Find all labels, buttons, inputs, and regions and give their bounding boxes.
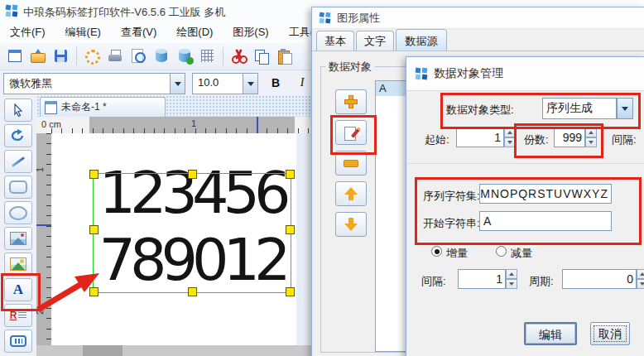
font-size-dropdown-button[interactable] [243, 74, 257, 94]
tab-text[interactable]: 文字 [356, 31, 394, 51]
interval-input[interactable]: 1 [458, 269, 506, 289]
selection-handle-w[interactable] [89, 225, 99, 234]
italic-button[interactable]: I [291, 73, 313, 93]
horizontal-scrollbar[interactable] [36, 345, 311, 356]
tool-rounded-rectangle-button[interactable] [4, 176, 32, 199]
save-button[interactable] [50, 46, 73, 67]
separator [406, 163, 644, 165]
selection-box[interactable] [93, 173, 291, 293]
properties-dialog-titlebar[interactable]: 图形属性 [312, 7, 644, 29]
tab-data-source[interactable]: 数据源 [396, 29, 447, 51]
spin-up-icon[interactable] [585, 127, 597, 137]
ruler-mark-1: 1 [35, 167, 45, 172]
tool-rotate-button[interactable] [4, 124, 32, 147]
selection-handle-se[interactable] [286, 287, 295, 296]
bold-button[interactable]: B [265, 73, 286, 93]
copies-input[interactable]: 999 [554, 127, 585, 147]
font-family-dropdown-button[interactable] [170, 74, 185, 94]
copies-spinner[interactable] [585, 127, 597, 147]
spin-up-icon[interactable] [637, 269, 644, 279]
selection-handle-n[interactable] [188, 170, 197, 179]
database-button[interactable] [150, 46, 173, 67]
start-input[interactable]: 1 [456, 127, 504, 147]
type-label: 数据对象类型: [446, 103, 514, 118]
manager-dialog-titlebar[interactable]: 数据对象管理 [406, 57, 644, 91]
cursor-arrow-icon [12, 103, 25, 117]
database-connect-icon [176, 48, 193, 65]
decrement-radio[interactable] [496, 246, 507, 257]
manager-dialog-title: 数据对象管理 [434, 66, 503, 81]
document-tab[interactable]: 未命名-1 * [40, 97, 166, 117]
spin-down-icon[interactable] [504, 137, 516, 147]
start-spinner[interactable] [504, 127, 516, 147]
move-up-button[interactable] [335, 181, 367, 206]
type-dropdown-button[interactable] [617, 98, 633, 119]
grid-button[interactable] [196, 46, 219, 67]
tool-line-button[interactable] [4, 150, 32, 173]
start-value: 1 [494, 131, 501, 144]
tab-basic[interactable]: 基本 [316, 31, 354, 51]
remove-data-object-button[interactable] [335, 151, 367, 176]
tool-rich-text-button[interactable]: R [4, 304, 32, 327]
font-family-value: 微软雅黑 [4, 74, 170, 94]
tool-picture-button[interactable] [4, 253, 32, 276]
tool-ellipse-button[interactable] [4, 201, 32, 224]
print-preview-button[interactable] [127, 46, 150, 67]
charset-input[interactable]: MNOPQRSTUVWXYZ [479, 184, 612, 204]
data-object-list[interactable]: A [375, 80, 410, 352]
open-file-button[interactable] [26, 46, 50, 67]
charset-value: MNOPQRSTUVWXYZ [480, 187, 608, 200]
new-document-button[interactable] [3, 46, 26, 67]
database-connect-button[interactable] [173, 46, 196, 67]
spin-down-icon[interactable] [585, 137, 597, 147]
tool-select-button[interactable] [4, 99, 32, 122]
print-button[interactable] [103, 46, 127, 67]
spin-down-icon[interactable] [637, 279, 644, 289]
cancel-button[interactable]: 取消 [590, 322, 630, 345]
chevron-down-icon [622, 107, 628, 114]
menu-shape[interactable]: 图形(S) [223, 25, 278, 40]
font-size-combo[interactable]: 10.0 [192, 73, 258, 94]
edit-data-object-button[interactable] [335, 120, 367, 145]
cut-button[interactable] [227, 46, 250, 67]
font-family-combo[interactable]: 微软雅黑 [3, 73, 185, 94]
edit-button[interactable]: 编辑 [524, 322, 577, 345]
selection-handle-nw[interactable] [89, 170, 99, 179]
barcode-icon [10, 335, 26, 347]
copy-button[interactable] [250, 46, 273, 67]
selection-handle-s[interactable] [188, 287, 197, 296]
period-input[interactable]: 0 [562, 269, 637, 289]
start-label: 起始: [425, 132, 449, 147]
scrollbar-thumb[interactable] [83, 345, 123, 356]
type-combo-value[interactable]: 序列生成 [542, 98, 617, 119]
document-tab-strip: 未命名-1 * [36, 95, 311, 118]
increment-label: 增量 [446, 246, 468, 261]
menu-file[interactable]: 文件(F) [0, 25, 55, 40]
spin-down-icon[interactable] [506, 279, 517, 289]
add-data-object-button[interactable] [335, 89, 367, 114]
spin-up-icon[interactable] [506, 269, 517, 279]
tool-barcode-button[interactable] [4, 330, 32, 353]
tool-image-button[interactable] [4, 227, 32, 250]
spin-up-icon[interactable] [504, 127, 516, 137]
down-arrow-icon [344, 218, 358, 231]
paste-button[interactable] [273, 46, 296, 67]
move-down-button[interactable] [335, 212, 367, 237]
selection-handle-ne[interactable] [286, 170, 295, 179]
menu-edit[interactable]: 编辑(E) [55, 25, 111, 40]
tool-palette: A R [0, 95, 37, 356]
start-string-input[interactable]: A [479, 211, 612, 231]
list-item-selected[interactable]: A [376, 81, 409, 96]
selection-handle-e[interactable] [286, 225, 295, 234]
settings-button[interactable] [80, 46, 103, 67]
menu-draw[interactable]: 绘图(D) [166, 25, 223, 40]
interval-spinner[interactable] [506, 269, 517, 289]
period-spinner[interactable] [637, 269, 644, 289]
increment-radio[interactable] [431, 246, 442, 257]
ruler-mark-1: 1 [191, 118, 196, 128]
start-string-value: A [483, 214, 491, 228]
copies-label: 份数: [524, 132, 549, 147]
menu-view[interactable]: 查看(V) [111, 25, 166, 40]
pencil-icon [344, 126, 358, 140]
tool-text-button[interactable]: A [4, 278, 32, 301]
